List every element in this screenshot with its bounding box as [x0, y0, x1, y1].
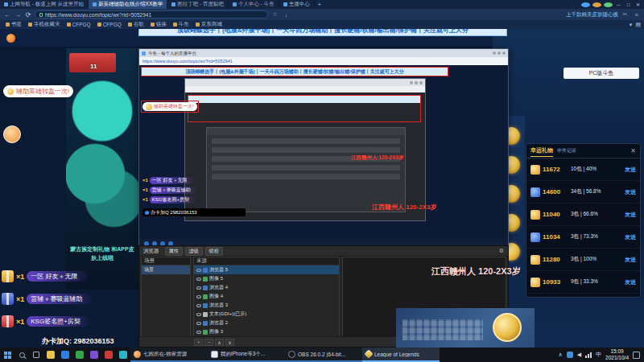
- source-row[interactable]: 浏览器 5: [194, 265, 339, 274]
- source-row[interactable]: 图像 4: [194, 292, 339, 301]
- bookmark-item[interactable]: CFPGQ: [64, 22, 93, 27]
- move-down-button[interactable]: ∨: [225, 339, 234, 346]
- speaker-icon[interactable]: ◀: [577, 352, 581, 358]
- task-view-button[interactable]: [29, 348, 43, 362]
- sidebar-icon[interactable]: ▤: [635, 22, 641, 28]
- pinned-app-explorer[interactable]: [43, 348, 58, 362]
- visibility-icon[interactable]: [196, 313, 201, 316]
- dialog-titlebar[interactable]: [207, 128, 405, 135]
- menu-icon[interactable]: [604, 2, 613, 7]
- pc-douyu-panel[interactable]: PC版斗鱼: [564, 68, 639, 79]
- pinned-app-music[interactable]: [101, 348, 116, 362]
- source-row[interactable]: 图像 5: [194, 274, 339, 283]
- send-button[interactable]: 发送: [625, 256, 636, 264]
- send-button[interactable]: 发送: [625, 278, 636, 286]
- source-row[interactable]: 图像 3: [194, 327, 339, 336]
- forward-button[interactable]: →: [14, 11, 22, 19]
- browser-tab-tieba[interactable]: 图拉丁吧 - 百度贴吧: [167, 0, 229, 9]
- start-button[interactable]: [0, 348, 14, 362]
- bookmark-item[interactable]: 手机收藏夹: [26, 21, 63, 28]
- gift-points: 11034: [543, 233, 568, 241]
- skin-icon[interactable]: [592, 2, 601, 7]
- visibility-icon[interactable]: [196, 269, 201, 272]
- taskbar-window-iphone[interactable]: 我的iPhone等3个...: [208, 348, 285, 362]
- gift-tab-active[interactable]: 幸运礼物: [530, 145, 553, 157]
- obs-lock-button[interactable]: 锁相: [205, 247, 223, 256]
- taskbar-clock[interactable]: 15:09 2021/10/4: [605, 348, 629, 361]
- pinned-app-browser-2[interactable]: [72, 348, 87, 362]
- pinned-app-mail[interactable]: [87, 348, 101, 362]
- hidden-icons-chevron[interactable]: ∧: [559, 352, 563, 358]
- cat-avatar[interactable]: [3, 125, 21, 143]
- input-language-indicator[interactable]: 中: [596, 351, 601, 359]
- gift-desc: 3包 | 66.6%: [571, 211, 622, 218]
- close-icon[interactable]: ✕: [630, 147, 636, 154]
- taskbar-window-obs[interactable]: OBS 26.0.2 (64-bit...: [285, 348, 362, 362]
- source-row[interactable]: 浏览器 4: [194, 283, 339, 292]
- obs-filters-button[interactable]: 滤镜: [185, 247, 203, 256]
- visibility-icon[interactable]: [196, 304, 201, 307]
- back-button[interactable]: ←: [3, 11, 11, 19]
- bookmark-item[interactable]: 链接: [148, 21, 169, 28]
- taskbar-search-button[interactable]: [14, 348, 29, 362]
- source-row[interactable]: 浏览器 2: [194, 319, 339, 327]
- browser-source-icon: [203, 303, 208, 308]
- promo-banner-art[interactable]: 蒙古族定制礼物 和APP皮肤上线啦: [66, 48, 138, 290]
- source-row[interactable]: 浏览器 3: [194, 301, 339, 310]
- bookmark-item[interactable]: 谷歌: [126, 21, 147, 28]
- browser-tab-profile[interactable]: 个人中心 - 斗鱼: [229, 0, 279, 9]
- browser-tab-home[interactable]: 上网导航 - 极速上网 从这里开始: [0, 0, 89, 9]
- screenshot-icon[interactable]: ✂: [621, 11, 630, 18]
- add-source-button[interactable]: ＋: [194, 339, 203, 346]
- download-icon[interactable]: ↓: [282, 12, 291, 18]
- gear-icon[interactable]: ⚙: [499, 248, 504, 254]
- visibility-icon[interactable]: [196, 286, 201, 290]
- bookmark-item[interactable]: 京东商城: [193, 21, 225, 28]
- tray-app-icon[interactable]: [567, 352, 573, 358]
- bookmark-item[interactable]: CFPGQ: [95, 22, 124, 27]
- taskbar-window-shop[interactable]: 七园所在-独家货源: [130, 348, 208, 362]
- collections-icon[interactable]: ▾: [630, 22, 633, 28]
- captured-obs-titlebar[interactable]: [185, 79, 425, 86]
- scene-item[interactable]: 场景: [142, 265, 190, 274]
- maximize-button[interactable]: □: [624, 2, 633, 7]
- visibility-icon[interactable]: [196, 278, 201, 281]
- minimize-button[interactable]: ─: [614, 2, 623, 7]
- source-row[interactable]: 文本(GDI+)(已弃): [194, 310, 339, 319]
- star-icon[interactable]: ☆: [270, 11, 279, 18]
- visibility-icon[interactable]: [196, 322, 201, 325]
- promo-text[interactable]: 上千款精美皮肤随心换: [566, 11, 618, 19]
- move-up-button[interactable]: ∧: [215, 339, 224, 346]
- captured-address-bar[interactable]: https://www.douyu.com/topic/wx?rid=50529…: [139, 57, 508, 65]
- visibility-icon[interactable]: [196, 295, 201, 298]
- address-bar[interactable]: https://www.douyu.com/topic/wx?rid=50529…: [35, 10, 268, 19]
- captured-wheel-bubble[interactable]: 辅助英雄转盘一次!: [142, 102, 197, 111]
- more-tools-icon[interactable]: ≡: [632, 12, 641, 18]
- obs-icon: [288, 351, 295, 358]
- pinned-app-chat[interactable]: [116, 348, 130, 362]
- captured-window-titlebar[interactable]: 斗鱼 - 每个人的直播平台: [139, 49, 508, 57]
- network-icon[interactable]: [585, 352, 592, 358]
- browser-tab-anchor-center[interactable]: 主播中心: [279, 0, 315, 9]
- douyu-logo-icon[interactable]: [6, 34, 15, 43]
- refresh-button[interactable]: ⟳: [24, 11, 32, 19]
- remove-source-button[interactable]: －: [204, 339, 213, 346]
- gift-tab-inactive[interactable]: 中奖记录: [557, 147, 576, 154]
- bookmark-item[interactable]: 斗鱼: [171, 21, 192, 28]
- browser-tab-stream[interactable]: 新英雄辅助在线介绍XX教学: [89, 0, 167, 9]
- notification-center-icon[interactable]: [633, 352, 640, 359]
- send-button[interactable]: 发送: [625, 188, 636, 196]
- visibility-icon[interactable]: [196, 331, 201, 334]
- send-button[interactable]: 发送: [625, 211, 636, 219]
- close-button[interactable]: ✕: [634, 2, 642, 7]
- wheel-bubble[interactable]: 辅助英雄转盘一次!: [3, 85, 73, 97]
- account-icon[interactable]: [581, 2, 590, 7]
- send-button[interactable]: 发送: [625, 233, 636, 241]
- captured-window-title: 斗鱼 - 每个人的直播平台: [148, 51, 196, 56]
- new-tab-button[interactable]: +: [315, 0, 324, 9]
- taskbar-window-league[interactable]: League of Legends: [362, 348, 440, 362]
- pinned-app-browser[interactable]: [58, 348, 72, 362]
- send-button[interactable]: 发送: [625, 166, 636, 174]
- obs-properties-button[interactable]: 属性: [165, 247, 183, 256]
- bookmark-item[interactable]: 书签: [3, 21, 24, 28]
